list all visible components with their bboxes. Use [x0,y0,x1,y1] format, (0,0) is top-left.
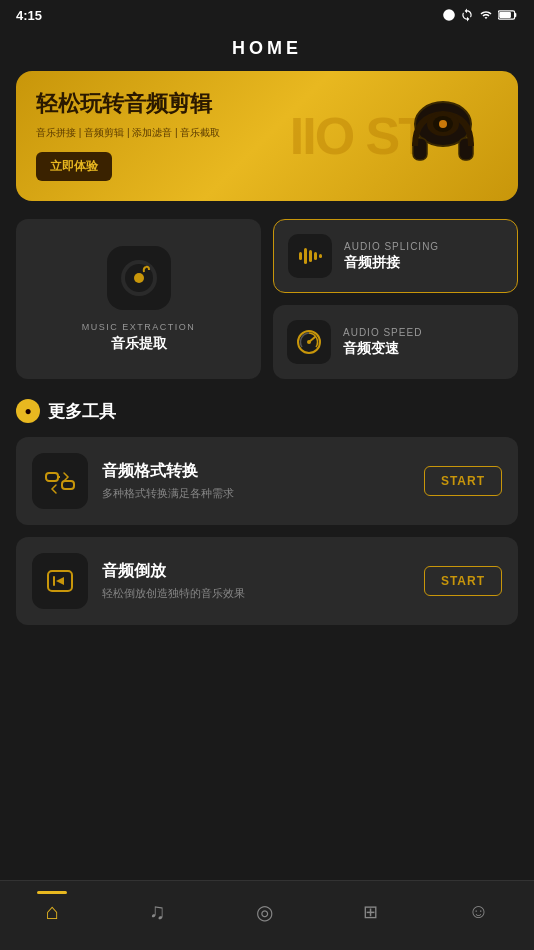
nav-layout[interactable]: ⊞ [343,893,398,931]
audio-speed-card[interactable]: AUDIO SPEED 音频变速 [273,305,518,379]
svg-rect-22 [62,481,74,489]
audio-reverse-info: 音频倒放 轻松倒放创造独特的音乐效果 [102,561,410,601]
nav-timer[interactable]: ◎ [236,892,293,932]
reverse-play-icon [42,563,78,599]
audio-format-tool-card[interactable]: 音频格式转换 多种格式转换满足各种需求 START [16,437,518,525]
audio-splicing-text: AUDIO SPLICING 音频拼接 [344,241,439,272]
banner-left: 轻松玩转音频剪辑 音乐拼接 | 音频剪辑 | 添加滤音 | 音乐截取 立即体验 [36,91,388,180]
audio-splicing-label-en: AUDIO SPLICING [344,241,439,252]
grid-section: MUSIC EXTRACTION 音乐提取 AUDIO SPLICING 音频拼… [16,219,518,379]
profile-nav-icon: ☺ [468,900,488,923]
svg-point-12 [134,273,144,283]
banner-title: 轻松玩转音频剪辑 [36,91,388,117]
svg-rect-13 [299,252,302,260]
audio-format-title: 音频格式转换 [102,461,410,482]
page-title: HOME [0,30,534,71]
audio-speed-label-en: AUDIO SPEED [343,327,422,338]
layout-nav-icon: ⊞ [363,901,378,923]
audio-speed-icon-box [287,320,331,364]
svg-point-9 [439,120,447,128]
audio-reverse-desc: 轻松倒放创造独特的音乐效果 [102,586,410,601]
timer-nav-icon: ◎ [256,900,273,924]
banner-tags: 音乐拼接 | 音频剪辑 | 添加滤音 | 音乐截取 [36,126,388,140]
banner-experience-button[interactable]: 立即体验 [36,152,112,181]
audio-format-info: 音频格式转换 多种格式转换满足各种需求 [102,461,410,501]
wifi-icon [478,9,494,21]
more-tools-section: ● 更多工具 音频格式转换 多种格式转换满足各种需求 START [16,399,518,625]
nav-home[interactable]: ⌂ [25,891,78,933]
audio-reverse-icon-box [32,553,88,609]
svg-rect-15 [309,250,312,262]
status-time: 4:15 [16,8,42,23]
notification-icon [442,8,456,22]
audio-speed-label-cn: 音频变速 [343,340,422,358]
audio-format-start-button[interactable]: START [424,466,502,496]
format-convert-icon [42,463,78,499]
status-bar: 4:15 [0,0,534,30]
music-extraction-label-cn: 音乐提取 [111,335,167,353]
nav-profile[interactable]: ☺ [448,892,508,931]
svg-rect-21 [46,473,58,481]
bottom-nav: ⌂ ♫ ◎ ⊞ ☺ [0,880,534,950]
audio-reverse-tool-card[interactable]: 音频倒放 轻松倒放创造独特的音乐效果 START [16,537,518,625]
status-icons [442,8,518,22]
svg-point-0 [443,9,455,21]
audio-reverse-start-button[interactable]: START [424,566,502,596]
banner: 轻松玩转音频剪辑 音乐拼接 | 音频剪辑 | 添加滤音 | 音乐截取 立即体验 … [16,71,518,201]
sync-icon [460,8,474,22]
grid-right: AUDIO SPLICING 音频拼接 AUDIO SPEED 音频变速 [273,219,518,379]
svg-rect-2 [515,13,517,17]
svg-rect-17 [319,254,322,258]
audio-wave-icon [296,242,324,270]
music-extraction-card[interactable]: MUSIC EXTRACTION 音乐提取 [16,219,261,379]
speedometer-icon [295,328,323,356]
music-nav-icon: ♫ [149,899,166,925]
svg-line-20 [309,337,315,342]
audio-splicing-label-cn: 音频拼接 [344,254,439,272]
music-extraction-icon-box [107,246,171,310]
home-nav-icon: ⌂ [45,899,58,925]
audio-splicing-icon-box [288,234,332,278]
more-dot-icon: ● [16,399,40,423]
more-tools-title: 更多工具 [48,400,116,423]
headphone-icon [393,86,493,186]
svg-rect-16 [314,252,317,260]
music-note-icon [121,260,157,296]
battery-icon [498,9,518,21]
nav-music[interactable]: ♫ [129,891,186,933]
audio-splicing-card[interactable]: AUDIO SPLICING 音频拼接 [273,219,518,293]
banner-headphone [388,81,498,191]
svg-rect-3 [499,12,511,18]
audio-reverse-title: 音频倒放 [102,561,410,582]
audio-format-icon-box [32,453,88,509]
music-extraction-label-en: MUSIC EXTRACTION [82,322,196,332]
audio-format-desc: 多种格式转换满足各种需求 [102,486,410,501]
audio-speed-text: AUDIO SPEED 音频变速 [343,327,422,358]
svg-rect-14 [304,248,307,264]
more-tools-header: ● 更多工具 [16,399,518,423]
